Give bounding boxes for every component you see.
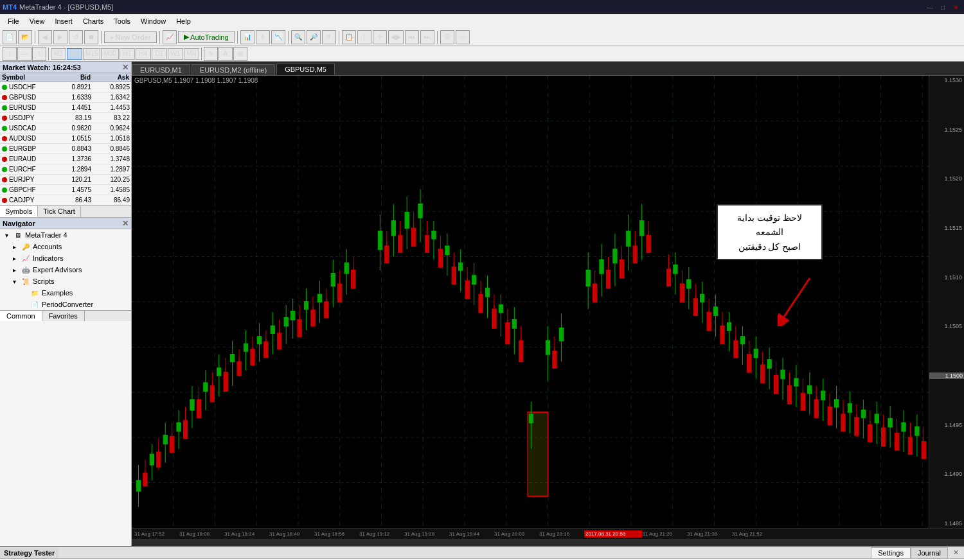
tb-zoom-out[interactable]: 🔎: [307, 30, 321, 44]
tf-m15[interactable]: M15: [83, 48, 100, 60]
tb-minus[interactable]: —: [17, 47, 31, 61]
tf-d1[interactable]: D1: [152, 48, 167, 60]
menu-window[interactable]: Window: [136, 16, 171, 26]
chart-info: GBPUSD,M5 1.1907 1.1908 1.1907 1.1908: [134, 77, 258, 84]
tester-close[interactable]: ✕: [948, 547, 964, 558]
svg-rect-207: [586, 270, 590, 286]
time-scale: 31 Aug 17:52 31 Aug 18:08 31 Aug 18:24 3…: [132, 528, 964, 539]
navigator-close[interactable]: ✕: [122, 219, 129, 228]
tb-chart-line[interactable]: 📉: [271, 30, 285, 44]
tb-chart-candle[interactable]: 🕯: [256, 30, 270, 44]
tb-chart-btn1[interactable]: 📈: [163, 30, 177, 44]
tf-m5[interactable]: M5: [67, 48, 82, 60]
minimize-button[interactable]: —: [924, 2, 936, 12]
svg-rect-255: [707, 312, 711, 330]
market-watch-row-eurchf[interactable]: EURCHF 1.2894 1.2897: [0, 164, 131, 175]
tb-tools3[interactable]: ⊞: [233, 47, 247, 61]
menu-help[interactable]: Help: [171, 16, 196, 26]
tb-more2[interactable]: ⏮: [405, 30, 419, 44]
nav-item-periodconverter[interactable]: 📄 PeriodConverter: [0, 299, 131, 310]
bottom-tabs: Strategy Tester Settings Journal ✕: [0, 547, 964, 559]
tb-vertical[interactable]: |: [3, 47, 17, 61]
window-controls[interactable]: — □ ✕: [924, 2, 961, 12]
market-watch-row-eurjpy[interactable]: EURJPY 120.21 120.25: [0, 175, 131, 185]
market-watch-row-eurgbp[interactable]: EURGBP 0.8843 0.8846: [0, 144, 131, 154]
maximize-button[interactable]: □: [937, 2, 949, 12]
svg-rect-234: [647, 236, 650, 252]
tb-zoom-in[interactable]: 🔍: [291, 30, 305, 44]
svg-rect-177: [485, 288, 489, 297]
tb-line[interactable]: \: [32, 47, 46, 61]
symbol-ask: 1.0518: [93, 135, 131, 142]
tf-w1[interactable]: W1: [168, 48, 183, 60]
title-text: MetaTrader 4 - [GBPUSD,M5]: [19, 3, 113, 11]
menu-tools[interactable]: Tools: [109, 16, 136, 26]
tab-settings[interactable]: Settings: [871, 547, 911, 558]
menu-file[interactable]: File: [3, 16, 24, 26]
tb-period-sep[interactable]: |: [357, 30, 371, 44]
chart-tab-eurusd-m2[interactable]: EURUSD,M2 (offline): [192, 64, 275, 75]
nav-item-examples[interactable]: 📁 Examples: [0, 287, 131, 299]
tb-open-button[interactable]: 📂: [18, 30, 32, 44]
svg-rect-324: [861, 410, 865, 417]
new-order-button[interactable]: + New Order: [104, 31, 157, 43]
market-watch-row-euraud[interactable]: EURAUD 1.3736 1.3748: [0, 154, 131, 164]
tb-more3[interactable]: ⏭: [420, 30, 434, 44]
nav-item-metatrader-4[interactable]: ▾ 🖥 MetaTrader 4: [0, 229, 131, 241]
tf-h1[interactable]: H1: [120, 48, 135, 60]
menu-charts[interactable]: Charts: [78, 16, 109, 26]
tf-mn[interactable]: MN: [184, 48, 199, 60]
market-watch-row-cadjpy[interactable]: CADJPY 86.43 86.49: [0, 195, 131, 206]
menu-insert[interactable]: Insert: [49, 16, 78, 26]
nav-item-scripts[interactable]: ▾ 📜 Scripts: [0, 276, 131, 287]
chart-tab-gbpusd-m5[interactable]: GBPUSD,M5: [276, 64, 335, 75]
tree-icon: 📁: [30, 288, 40, 298]
nav-tab-favorites[interactable]: Favorites: [42, 311, 85, 321]
market-watch-row-gbpusd[interactable]: GBPUSD 1.6339 1.6342: [0, 92, 131, 103]
chart-scrollbar[interactable]: [132, 539, 964, 546]
market-watch-row-usdjpy[interactable]: USDJPY 83.19 83.22: [0, 113, 131, 123]
svg-rect-342: [902, 423, 906, 431]
market-watch-columns: Symbol Bid Ask: [0, 73, 131, 82]
svg-rect-312: [834, 399, 838, 407]
tf-h4[interactable]: H4: [136, 48, 151, 60]
tf-m1[interactable]: M1: [51, 48, 66, 60]
tb-new-button[interactable]: 📄: [3, 30, 17, 44]
market-watch-row-usdcad[interactable]: USDCAD 0.9620 0.9624: [0, 123, 131, 134]
svg-rect-171: [472, 276, 476, 284]
tf-m30[interactable]: M30: [101, 48, 118, 60]
tb-crosshair[interactable]: ✛: [373, 30, 387, 44]
market-watch-row-audusd[interactable]: AUDUSD 1.0515 1.0518: [0, 134, 131, 144]
tab-symbols[interactable]: Symbols: [0, 206, 38, 217]
nav-item-expert-advisors[interactable]: ▸ 🤖 Expert Advisors: [0, 264, 131, 276]
tb-refresh[interactable]: ↺: [69, 30, 83, 44]
tb-bullet1[interactable]: ⦿: [440, 30, 454, 44]
chart-tab-eurusd-m1[interactable]: EURUSD,M1: [132, 64, 190, 75]
tb-stop[interactable]: ⏹: [84, 30, 98, 44]
tb-chart-bar[interactable]: 📊: [240, 30, 254, 44]
svg-rect-351: [922, 442, 925, 459]
tb-indicators[interactable]: 📋: [342, 30, 356, 44]
svg-rect-195: [529, 414, 533, 423]
market-watch-row-eurusd[interactable]: EURUSD 1.4451 1.4453: [0, 103, 131, 113]
menu-view[interactable]: View: [24, 16, 50, 26]
tb-tools1[interactable]: ✎: [204, 47, 218, 61]
market-watch-row-usdchf[interactable]: USDCHF 0.8921 0.8925: [0, 82, 131, 92]
tb-grid[interactable]: #: [322, 30, 336, 44]
tb-tools2[interactable]: A: [219, 47, 233, 61]
close-button[interactable]: ✕: [950, 2, 961, 12]
nav-item-accounts[interactable]: ▸ 🔑 Accounts: [0, 241, 131, 252]
tb-more1[interactable]: ◀▶: [388, 30, 404, 44]
tab-tick-chart[interactable]: Tick Chart: [38, 206, 81, 217]
market-watch-row-gbpchf[interactable]: GBPCHF 1.4575 1.4585: [0, 185, 131, 195]
tb-back[interactable]: ◀: [38, 30, 52, 44]
nav-tab-common[interactable]: Common: [0, 311, 42, 321]
autotrading-button[interactable]: ▶ AutoTrading: [178, 31, 235, 43]
tb-bullet2[interactable]: ⦾: [456, 30, 470, 44]
price-1500: 1.1500: [929, 372, 964, 379]
symbol-ask: 120.25: [93, 176, 131, 183]
market-watch-close[interactable]: ✕: [122, 63, 129, 72]
tab-journal[interactable]: Journal: [911, 547, 948, 558]
tb-forward[interactable]: ▶: [53, 30, 67, 44]
nav-item-indicators[interactable]: ▸ 📈 Indicators: [0, 252, 131, 264]
